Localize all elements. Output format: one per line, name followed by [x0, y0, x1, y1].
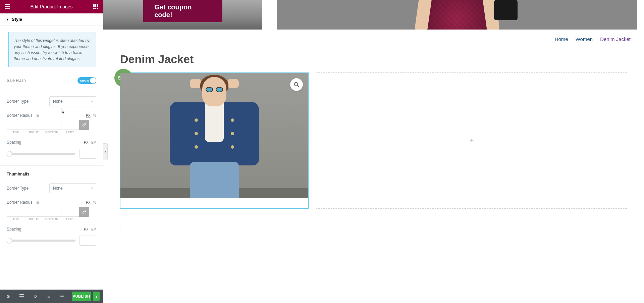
- breadcrumb-current: Denim Jacket: [600, 36, 631, 42]
- thumb-spacing-slider[interactable]: [7, 240, 75, 242]
- unit-px[interactable]: PX: [84, 141, 88, 144]
- unit-em[interactable]: EM: [91, 141, 96, 144]
- unit-pct[interactable]: %: [93, 201, 96, 204]
- desktop-icon[interactable]: 🖥: [36, 200, 39, 204]
- elementor-panel: Edit Product Images ▾ Style The style of…: [0, 0, 103, 303]
- breadcrumb-home[interactable]: Home: [555, 36, 568, 42]
- sale-flash-toggle[interactable]: SHOW: [77, 77, 96, 84]
- settings-icon[interactable]: ⚙: [2, 290, 15, 303]
- svg-rect-11: [97, 8, 98, 9]
- thumb-border-radius-label: Border Radius 🖥 PX %: [0, 197, 103, 207]
- accordion-label: Style: [12, 17, 22, 22]
- spacing-slider-row: [0, 147, 103, 163]
- svg-rect-8: [97, 6, 98, 7]
- style-info-notice: The style of this widget is often affect…: [8, 32, 96, 67]
- thumb-radius-right[interactable]: [25, 207, 43, 217]
- border-radius-left[interactable]: [61, 120, 79, 130]
- svg-rect-5: [97, 4, 98, 6]
- spacing-input[interactable]: [79, 149, 96, 159]
- menu-icon[interactable]: [4, 3, 11, 10]
- publish-options[interactable]: ▴: [93, 292, 100, 301]
- svg-rect-6: [93, 6, 95, 7]
- link-values-button[interactable]: [79, 120, 89, 130]
- thumb-radius-top[interactable]: [7, 207, 25, 217]
- border-radius-top[interactable]: [7, 120, 25, 130]
- panel-scroll[interactable]: The style of this widget is often affect…: [0, 26, 103, 290]
- history-icon[interactable]: ↺: [29, 290, 42, 303]
- product-main-image[interactable]: [120, 73, 308, 198]
- breadcrumbs: Home Women Denim Jacket: [103, 30, 644, 45]
- unit-px[interactable]: PX: [86, 114, 90, 117]
- publish-button[interactable]: PUBLISH: [72, 292, 91, 301]
- banner-right[interactable]: [277, 0, 637, 30]
- thumb-border-type: Border Type None ▾: [0, 180, 103, 197]
- panel-footer: ⚙ ↺ 🖥 👁 PUBLISH ▴: [0, 290, 103, 303]
- add-section-placeholder[interactable]: [120, 229, 627, 233]
- panel-header: Edit Product Images: [0, 0, 103, 13]
- product-row: Sale!: [103, 72, 644, 215]
- svg-rect-7: [95, 6, 96, 7]
- widgets-grid-icon[interactable]: [92, 3, 99, 10]
- thumbnail-strip: [120, 198, 308, 208]
- sale-flash-label: Sale Flash: [7, 78, 26, 83]
- toggle-knob: [90, 78, 96, 84]
- navigator-icon[interactable]: [15, 290, 28, 303]
- svg-point-15: [294, 82, 298, 86]
- panel-title: Edit Product Images: [11, 4, 92, 9]
- unit-px[interactable]: PX: [84, 228, 88, 231]
- product-title: Denim Jacket: [103, 45, 644, 72]
- svg-rect-12: [19, 294, 24, 295]
- accordion-style[interactable]: ▾ Style: [0, 13, 103, 26]
- preview-icon[interactable]: 👁: [56, 290, 68, 303]
- slider-thumb[interactable]: [7, 238, 12, 243]
- collapse-panel-icon[interactable]: ◂: [103, 143, 108, 160]
- border-radius-right[interactable]: [25, 120, 43, 130]
- border-radius-bottom[interactable]: [43, 120, 61, 130]
- svg-rect-4: [95, 4, 96, 6]
- thumb-radius-bottom[interactable]: [43, 207, 61, 217]
- banner-left[interactable]: Get coupon code!: [103, 0, 262, 30]
- border-radius-inputs: [0, 120, 103, 130]
- unit-px[interactable]: PX: [86, 201, 90, 204]
- add-widget-area[interactable]: +: [316, 72, 627, 209]
- product-images-widget[interactable]: Sale!: [120, 72, 309, 209]
- svg-rect-1: [5, 6, 10, 7]
- responsive-icon[interactable]: 🖥: [42, 290, 55, 303]
- svg-rect-9: [93, 8, 95, 9]
- plus-icon: +: [470, 136, 474, 145]
- coupon-button[interactable]: Get coupon code!: [143, 0, 222, 22]
- thumb-border-radius-inputs: [0, 207, 103, 217]
- thumb-spacing-input[interactable]: [79, 236, 96, 246]
- control-border-radius-label: Border Radius 🖥 PX %: [0, 110, 103, 120]
- zoom-icon[interactable]: [290, 78, 303, 91]
- desktop-icon[interactable]: 🖥: [36, 113, 39, 117]
- svg-rect-10: [95, 8, 96, 9]
- svg-rect-13: [19, 296, 24, 297]
- svg-rect-2: [5, 8, 10, 9]
- thumb-border-type-select[interactable]: None: [49, 183, 96, 193]
- unit-em[interactable]: EM: [91, 228, 96, 231]
- control-border-type: Border Type None ▾: [0, 90, 103, 110]
- control-spacing-label: Spacing PX EM: [0, 137, 103, 147]
- border-type-select[interactable]: None: [49, 96, 96, 106]
- thumb-spacing-label: Spacing PX EM: [0, 223, 103, 234]
- editor-canvas[interactable]: Get coupon code! Home Women Denim Jacket…: [103, 0, 644, 303]
- spacing-slider[interactable]: [7, 153, 75, 155]
- link-values-button[interactable]: [79, 207, 89, 217]
- svg-rect-14: [19, 298, 24, 298]
- hero-banners: Get coupon code!: [103, 0, 644, 30]
- svg-rect-3: [93, 4, 95, 6]
- caret-down-icon: ▾: [7, 17, 8, 21]
- thumb-radius-left[interactable]: [61, 207, 79, 217]
- control-sale-flash: Sale Flash SHOW: [0, 74, 103, 87]
- svg-line-16: [297, 85, 299, 87]
- unit-pct[interactable]: %: [93, 114, 96, 117]
- svg-rect-0: [5, 4, 10, 5]
- thumbnails-heading: Thumbnails: [0, 165, 103, 180]
- thumb-spacing-slider-row: [0, 234, 103, 250]
- border-type-label: Border Type: [7, 99, 29, 104]
- slider-thumb[interactable]: [7, 151, 12, 156]
- breadcrumb-women[interactable]: Women: [576, 36, 593, 42]
